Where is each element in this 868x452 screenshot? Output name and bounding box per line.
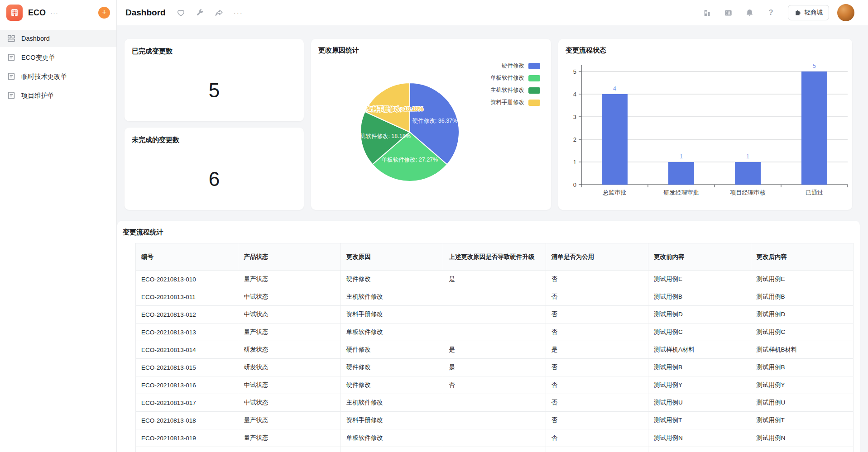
sidebar-item-project-maintenance-form[interactable]: 项目维护单 [0, 87, 116, 104]
x-axis-category-label: 研发经理审批 [663, 189, 699, 196]
app-store-button[interactable]: 轻商城 [788, 5, 830, 20]
edit-wrench-icon[interactable] [196, 8, 205, 17]
table-cell [751, 447, 853, 452]
page-more-icon[interactable]: ··· [234, 9, 243, 17]
table-cell [443, 288, 546, 306]
pie-slice-label: 硬件修改: 36.37% [412, 118, 457, 124]
table-row: ECO-20210813-014研发状态硬件修改是是测试样机A材料测试样机B材料 [136, 341, 854, 359]
column-header: 清单是否为公用 [546, 243, 648, 271]
card-title: 已完成变更数 [132, 47, 297, 56]
x-axis-category-label: 项目经理审核 [730, 189, 766, 196]
page-title: Dashbord [125, 8, 166, 18]
table-cell: ECO-20210813-016 [136, 376, 238, 394]
pie-slice-label: 主机软件修改: 18.18% [354, 133, 410, 139]
change-reason-pie-card: 更改原因统计 硬件修改单板软件修改主机软件修改资料手册修改 硬件修改: 36.3… [311, 39, 551, 210]
table-cell: 测试用例Y [751, 376, 853, 394]
building-icon [10, 8, 19, 18]
table-cell: 研发状态 [238, 359, 340, 376]
table-cell: 否 [546, 376, 648, 394]
table-cell: 资料手册修改 [340, 306, 443, 324]
favorite-heart-icon[interactable] [177, 8, 186, 17]
column-header: 更改前内容 [648, 243, 751, 271]
topbar-right: ? 轻商城 [691, 4, 855, 21]
share-icon[interactable] [215, 8, 224, 17]
sidebar-item-label: 项目维护单 [21, 91, 54, 100]
puzzle-icon [794, 10, 801, 16]
table-row: ECO-20210813-016中试状态硬件修改否否测试用例Y测试用例Y [136, 376, 854, 394]
uncompleted-changes-value: 6 [132, 144, 297, 202]
contacts-card-icon[interactable] [724, 8, 733, 17]
main-area: Dashbord ··· [117, 0, 868, 452]
help-glyph: ? [768, 8, 773, 17]
table-cell: 量产状态 [238, 271, 340, 288]
x-axis-category-label: 已通过 [806, 189, 823, 196]
y-axis-tick-label: 1 [573, 159, 576, 166]
table-cell: 量产状态 [238, 324, 340, 341]
sidebar-item-temp-tech-change-form[interactable]: 临时技术更改单 [0, 68, 116, 85]
table-cell: 测试用例Y [648, 376, 751, 394]
user-avatar[interactable] [837, 4, 854, 21]
table-cell: 否 [546, 324, 648, 341]
bar-chart: 0123454总监审批1研发经理审批1项目经理审核5已通过 [558, 39, 852, 210]
y-axis-tick-label: 5 [573, 68, 576, 75]
table-cell [648, 447, 751, 452]
table-cell: ECO-20210813-017 [136, 394, 238, 412]
y-axis-tick-label: 2 [573, 136, 576, 143]
column-header: 更改原因 [340, 243, 443, 271]
bar-value-label: 4 [613, 86, 616, 92]
table-cell: 测试用例E [648, 271, 751, 288]
help-icon[interactable]: ? [767, 8, 776, 17]
table-cell: ECO-20210813-019 [136, 429, 238, 447]
change-flow-table: 编号产品状态更改原因上述更改原因是否导致硬件升级清单是否为公用更改前内容更改后内… [135, 243, 854, 452]
table-body: ECO-20210813-010量产状态硬件修改是否测试用例E测试用例EECO-… [136, 271, 854, 452]
table-cell: 中试状态 [238, 376, 340, 394]
notifications-bell-icon[interactable] [745, 8, 754, 17]
table-cell: ECO-20210813-014 [136, 341, 238, 359]
table-cell: 否 [546, 306, 648, 324]
store-button-label: 轻商城 [805, 9, 823, 17]
change-flow-stats-table-card: 变更流程统计 编号产品状态更改原因上述更改原因是否导致硬件升级清单是否为公用更改… [117, 221, 860, 452]
table-cell: 否 [546, 288, 648, 306]
change-flow-status-bar-card: 变更流程状态 0123454总监审批1研发经理审批1项目经理审核5已通过 [558, 39, 852, 210]
table-cell [136, 447, 238, 452]
table-cell: 硬件修改 [340, 271, 443, 288]
pie-slice-label: 资料手册修改: 18.18% [366, 105, 423, 112]
sidebar-item-label: 临时技术更改单 [21, 72, 67, 81]
sidebar-item-dashboard[interactable]: Dashbord [0, 30, 116, 47]
app-logo-icon [6, 5, 23, 21]
add-button[interactable]: + [98, 7, 110, 19]
table-cell: ECO-20210813-012 [136, 306, 238, 324]
table-cell: 测试用例D [751, 306, 853, 324]
y-axis-tick-label: 4 [573, 91, 576, 98]
column-header: 编号 [136, 243, 238, 271]
table-cell: 否 [546, 394, 648, 412]
table-cell: ECO-20210813-015 [136, 359, 238, 376]
table-row: ECO-20210813-017中试状态主机软件修改否测试用例U测试用例U [136, 394, 854, 412]
table-cell: 测试用例N [648, 429, 751, 447]
y-axis-tick-label: 3 [573, 114, 576, 120]
table-row: ECO-20210813-013量产状态单板软件修改否测试用例C测试用例C [136, 324, 854, 341]
table-row: ECO-20210813-011中试状态主机软件修改否测试用例B测试用例B [136, 288, 854, 306]
completed-changes-value: 5 [132, 56, 297, 113]
table-cell: 研发状态 [238, 341, 340, 359]
form-icon [7, 72, 15, 81]
table-cell: 测试用例C [648, 324, 751, 341]
table-cell: 单板软件修改 [340, 429, 443, 447]
table-title: 变更流程统计 [123, 228, 853, 237]
table-cell: 是 [443, 271, 546, 288]
table-cell: 中试状态 [238, 306, 340, 324]
table-wrap: 编号产品状态更改原因上述更改原因是否导致硬件升级清单是否为公用更改前内容更改后内… [135, 243, 853, 452]
table-cell: 中试状态 [238, 288, 340, 306]
table-cell: 资料手册修改 [340, 412, 443, 429]
sidebar-item-eco-change-form[interactable]: ECO变更单 [0, 49, 116, 66]
header-row: 编号产品状态更改原因上述更改原因是否导致硬件升级清单是否为公用更改前内容更改后内… [136, 243, 854, 271]
org-structure-icon[interactable] [703, 8, 712, 17]
table-cell: 测试样机B材料 [751, 341, 853, 359]
app-more-icon[interactable]: ··· [50, 9, 58, 17]
table-cell: 测试用例B [751, 359, 853, 376]
table-cell: 否 [546, 359, 648, 376]
table-cell: 测试用例C [751, 324, 853, 341]
completed-changes-card: 已完成变更数 5 [125, 39, 304, 121]
topbar: Dashbord ··· [117, 0, 868, 25]
table-cell [443, 447, 546, 452]
